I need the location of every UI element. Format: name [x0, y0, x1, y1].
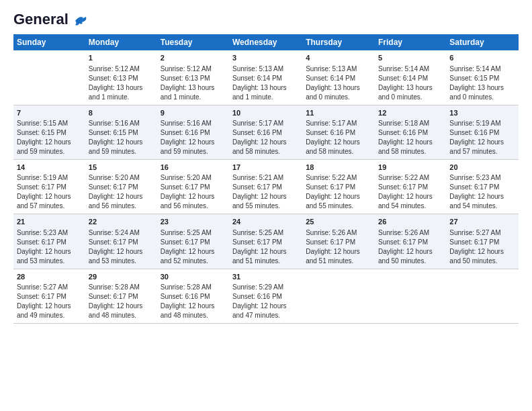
sunrise-info: Sunrise: 5:22 AM: [378, 173, 443, 183]
sunset-info: Sunset: 6:17 PM: [89, 292, 154, 302]
calendar-cell: 9Sunrise: 5:16 AMSunset: 6:16 PMDaylight…: [157, 105, 229, 159]
sunrise-info: Sunrise: 5:27 AM: [449, 228, 515, 238]
sunset-info: Sunset: 6:17 PM: [232, 183, 299, 192]
daylight-info: Daylight: 12 hours and 47 minutes.: [232, 302, 299, 320]
calendar-cell: 2Sunrise: 5:12 AMSunset: 6:13 PMDaylight…: [157, 50, 229, 105]
day-number: 25: [306, 217, 371, 227]
calendar-cell: 25Sunrise: 5:26 AMSunset: 6:17 PMDayligh…: [302, 214, 375, 269]
sunset-info: Sunset: 6:17 PM: [306, 183, 371, 192]
sunrise-info: Sunrise: 5:29 AM: [232, 283, 299, 292]
daylight-info: Daylight: 12 hours and 59 minutes.: [17, 138, 82, 156]
sunrise-info: Sunrise: 5:19 AM: [449, 119, 515, 128]
day-number: 11: [306, 108, 371, 118]
calendar-cell: 10Sunrise: 5:17 AMSunset: 6:16 PMDayligh…: [229, 105, 302, 159]
daylight-info: Daylight: 12 hours and 54 minutes.: [449, 192, 515, 211]
col-friday: Friday: [375, 34, 446, 50]
sunset-info: Sunset: 6:17 PM: [161, 183, 226, 192]
sunrise-info: Sunrise: 5:14 AM: [449, 64, 515, 74]
day-number: 2: [161, 53, 226, 63]
day-number: 15: [89, 163, 154, 173]
daylight-info: Daylight: 12 hours and 55 minutes.: [232, 192, 299, 211]
sunrise-info: Sunrise: 5:25 AM: [232, 228, 299, 238]
sunrise-info: Sunrise: 5:16 AM: [161, 119, 226, 128]
sunrise-info: Sunrise: 5:19 AM: [17, 173, 82, 183]
daylight-info: Daylight: 12 hours and 51 minutes.: [232, 247, 299, 266]
daylight-info: Daylight: 13 hours and 1 minute.: [232, 83, 299, 102]
sunrise-info: Sunrise: 5:13 AM: [306, 64, 371, 74]
calendar-cell: 26Sunrise: 5:26 AMSunset: 6:17 PMDayligh…: [375, 214, 446, 269]
sunset-info: Sunset: 6:17 PM: [17, 183, 82, 192]
sunset-info: Sunset: 6:14 PM: [306, 74, 371, 83]
sunset-info: Sunset: 6:17 PM: [449, 238, 515, 247]
sunset-info: Sunset: 6:16 PM: [232, 292, 299, 302]
daylight-info: Daylight: 12 hours and 53 minutes.: [17, 247, 82, 266]
day-number: 5: [378, 53, 443, 63]
sunrise-info: Sunrise: 5:13 AM: [232, 64, 299, 74]
calendar-cell: 18Sunrise: 5:22 AMSunset: 6:17 PMDayligh…: [302, 160, 375, 214]
sunset-info: Sunset: 6:16 PM: [306, 128, 371, 138]
daylight-info: Daylight: 12 hours and 54 minutes.: [378, 192, 443, 211]
sunrise-info: Sunrise: 5:20 AM: [161, 173, 226, 183]
sunset-info: Sunset: 6:17 PM: [378, 238, 443, 247]
sunset-info: Sunset: 6:17 PM: [449, 183, 515, 192]
sunset-info: Sunset: 6:16 PM: [161, 128, 226, 138]
daylight-info: Daylight: 12 hours and 49 minutes.: [17, 302, 82, 320]
calendar-cell: 14Sunrise: 5:19 AMSunset: 6:17 PMDayligh…: [13, 160, 85, 214]
calendar-cell: 29Sunrise: 5:28 AMSunset: 6:17 PMDayligh…: [85, 269, 157, 323]
calendar-cell: 17Sunrise: 5:21 AMSunset: 6:17 PMDayligh…: [229, 160, 302, 214]
sunset-info: Sunset: 6:14 PM: [232, 74, 299, 83]
daylight-info: Daylight: 13 hours and 1 minute.: [161, 83, 226, 102]
day-number: 28: [17, 272, 82, 282]
col-tuesday: Tuesday: [157, 34, 229, 50]
daylight-info: Daylight: 13 hours and 0 minutes.: [306, 83, 371, 102]
calendar-cell: 19Sunrise: 5:22 AMSunset: 6:17 PMDayligh…: [375, 160, 446, 214]
daylight-info: Daylight: 12 hours and 56 minutes.: [161, 192, 226, 211]
sunset-info: Sunset: 6:16 PM: [232, 128, 299, 138]
sunrise-info: Sunrise: 5:22 AM: [306, 173, 371, 183]
calendar-cell: 1Sunrise: 5:12 AMSunset: 6:13 PMDaylight…: [85, 50, 157, 105]
calendar-cell: [375, 269, 446, 323]
daylight-info: Daylight: 12 hours and 57 minutes.: [17, 192, 82, 211]
logo: General: [13, 11, 90, 28]
day-number: 23: [161, 217, 226, 227]
sunrise-info: Sunrise: 5:23 AM: [449, 173, 515, 183]
day-number: 19: [378, 163, 443, 173]
daylight-info: Daylight: 13 hours and 1 minute.: [89, 83, 154, 102]
calendar-week-row: 21Sunrise: 5:23 AMSunset: 6:17 PMDayligh…: [13, 214, 519, 269]
sunrise-info: Sunrise: 5:21 AM: [232, 173, 299, 183]
sunset-info: Sunset: 6:15 PM: [17, 128, 82, 138]
calendar-cell: 22Sunrise: 5:24 AMSunset: 6:17 PMDayligh…: [85, 214, 157, 269]
sunset-info: Sunset: 6:15 PM: [89, 128, 154, 138]
day-number: 27: [449, 217, 515, 227]
sunset-info: Sunset: 6:13 PM: [161, 74, 226, 83]
day-number: 14: [17, 163, 82, 173]
day-number: 10: [232, 108, 299, 118]
daylight-info: Daylight: 12 hours and 50 minutes.: [449, 247, 515, 266]
calendar-cell: 13Sunrise: 5:19 AMSunset: 6:16 PMDayligh…: [446, 105, 519, 159]
daylight-info: Daylight: 12 hours and 51 minutes.: [306, 247, 371, 266]
page-header: General: [13, 11, 519, 28]
daylight-info: Daylight: 12 hours and 55 minutes.: [306, 192, 371, 211]
sunset-info: Sunset: 6:17 PM: [17, 292, 82, 302]
sunset-info: Sunset: 6:14 PM: [378, 74, 443, 83]
calendar-table: Sunday Monday Tuesday Wednesday Thursday…: [13, 34, 519, 324]
sunrise-info: Sunrise: 5:26 AM: [306, 228, 371, 238]
day-number: 29: [89, 272, 154, 282]
calendar-cell: 4Sunrise: 5:13 AMSunset: 6:14 PMDaylight…: [302, 50, 375, 105]
sunrise-info: Sunrise: 5:20 AM: [89, 173, 154, 183]
day-number: 26: [378, 217, 443, 227]
calendar-week-row: 28Sunrise: 5:27 AMSunset: 6:17 PMDayligh…: [13, 269, 519, 323]
daylight-info: Daylight: 12 hours and 59 minutes.: [89, 138, 154, 156]
sunrise-info: Sunrise: 5:17 AM: [306, 119, 371, 128]
day-number: 12: [378, 108, 443, 118]
day-number: 3: [232, 53, 299, 63]
page-container: General Sunday Monday Tuesday Wednesday: [0, 0, 532, 330]
sunset-info: Sunset: 6:17 PM: [17, 238, 82, 247]
sunrise-info: Sunrise: 5:12 AM: [89, 64, 154, 74]
day-number: 22: [89, 217, 154, 227]
calendar-cell: 21Sunrise: 5:23 AMSunset: 6:17 PMDayligh…: [13, 214, 85, 269]
col-thursday: Thursday: [302, 34, 375, 50]
sunset-info: Sunset: 6:17 PM: [161, 238, 226, 247]
sunset-info: Sunset: 6:13 PM: [89, 74, 154, 83]
calendar-header-row: Sunday Monday Tuesday Wednesday Thursday…: [13, 34, 519, 50]
